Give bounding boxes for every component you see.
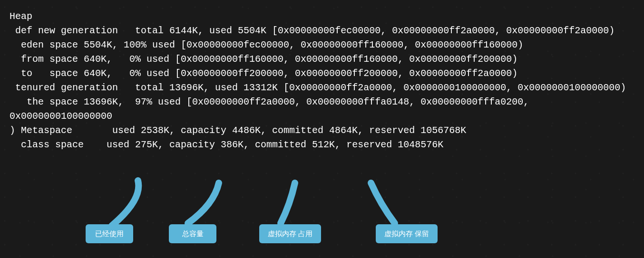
new-generation-line: def new generation total 6144K, used 550… <box>10 25 615 36</box>
callout-reserved: 虚拟内存 保留 <box>376 224 438 243</box>
to-space-line: to space 640K, 0% used [0x00000000ff2000… <box>10 68 517 79</box>
heap-header: Heap <box>10 11 32 22</box>
tenured-generation-line: tenured generation total 13696K, used 13… <box>10 82 626 93</box>
class-space-line: class space used 275K, capacity 386K, co… <box>10 139 443 150</box>
from-space-line: from space 640K, 0% used [0x00000000ff16… <box>10 54 517 65</box>
tenured-the-space-line: the space 13696K, 97% used [0x00000000ff… <box>10 96 535 122</box>
metaspace-line: ) Metaspace used 2538K, capacity 4486K, … <box>10 125 466 136</box>
callout-committed: 虚拟内存 占用 <box>259 224 321 243</box>
heap-dump-output: Heap def new generation total 6144K, use… <box>0 0 644 152</box>
eden-space-line: eden space 5504K, 100% used [0x00000000f… <box>10 39 523 50</box>
callout-capacity: 总容量 <box>169 224 216 243</box>
callout-used: 已经使用 <box>86 224 133 243</box>
